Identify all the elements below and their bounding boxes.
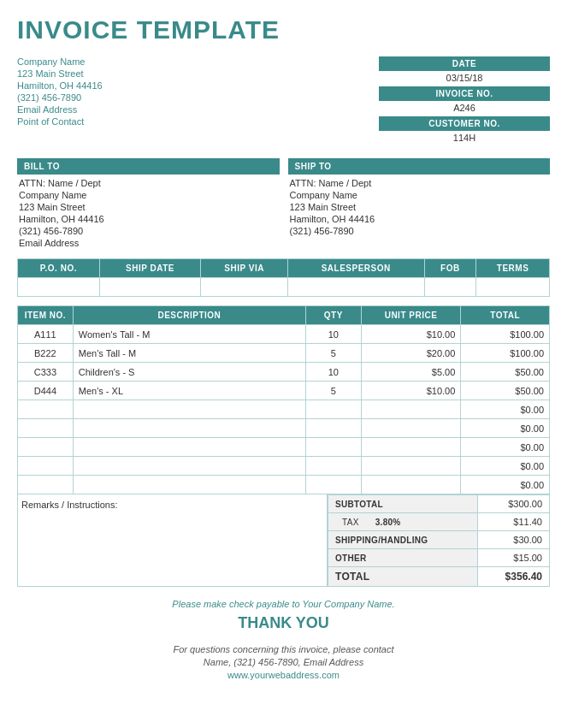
payment-note: Please make check payable to Your Compan… — [17, 599, 550, 609]
item-cell — [305, 419, 361, 438]
ship-address2: Hamilton, OH 44416 — [288, 214, 551, 224]
item-cell: $50.00 — [461, 382, 550, 400]
table-row: $0.00 — [18, 438, 550, 457]
meta-table: DATE 03/15/18 INVOICE NO. A246 CUSTOMER … — [379, 56, 550, 146]
item-cell: $0.00 — [461, 438, 550, 457]
subtotal-value: $300.00 — [477, 495, 549, 513]
item-cell — [361, 457, 461, 476]
po-cell — [287, 278, 424, 297]
ship-to-block: SHIP TO ATTN: Name / Dept Company Name 1… — [288, 158, 551, 250]
items-col-header: TOTAL — [461, 306, 550, 325]
tax-label: TAX 3.80% — [328, 513, 478, 531]
po-col-header: SALESPERSON — [287, 259, 424, 278]
shipping-row: SHIPPING/HANDLING $30.00 — [328, 531, 550, 549]
remarks-section: Remarks / Instructions: — [17, 494, 328, 587]
contact-line1: For questions concerning this invoice, p… — [17, 644, 550, 654]
po-cell — [476, 278, 550, 297]
item-cell: $0.00 — [461, 419, 550, 438]
po-col-header: TERMS — [476, 259, 550, 278]
table-row: $0.00 — [18, 400, 550, 419]
table-row: $0.00 — [18, 457, 550, 476]
bill-ship-section: BILL TO ATTN: Name / Dept Company Name 1… — [17, 158, 550, 250]
bill-address2: Hamilton, OH 44416 — [17, 214, 280, 224]
total-value: $356.40 — [477, 567, 549, 587]
item-cell — [305, 476, 361, 494]
item-cell — [18, 438, 74, 457]
table-row: B222Men's Tall - M5$20.00$100.00 — [18, 344, 550, 363]
invoice-title: INVOICE TEMPLATE — [17, 15, 550, 44]
ship-address1: 123 Main Street — [288, 202, 551, 212]
total-row: TOTAL $356.40 — [328, 567, 550, 587]
item-cell — [73, 476, 305, 494]
other-row: OTHER $15.00 — [328, 549, 550, 567]
item-cell: $50.00 — [461, 363, 550, 382]
po-cell — [424, 278, 476, 297]
items-col-header: ITEM NO. — [18, 306, 74, 325]
item-cell: $20.00 — [361, 344, 461, 363]
other-label: OTHER — [328, 549, 478, 567]
ship-to-header: SHIP TO — [288, 158, 551, 175]
other-value: $15.00 — [477, 549, 549, 567]
contact-line2: Name, (321) 456-7890, Email Address — [17, 657, 550, 667]
po-cell — [201, 278, 287, 297]
item-cell: 10 — [305, 325, 361, 344]
bill-name: Company Name — [17, 190, 280, 200]
po-cell — [99, 278, 201, 297]
total-label: TOTAL — [328, 567, 478, 587]
thank-you: THANK YOU — [17, 614, 550, 632]
invoice-no-value: A246 — [379, 101, 550, 115]
item-cell: Men's Tall - M — [73, 344, 305, 363]
bill-attn: ATTN: Name / Dept — [17, 178, 280, 188]
po-table: P.O. NO.SHIP DATESHIP VIASALESPERSONFOBT… — [17, 258, 550, 297]
table-row: A111Women's Tall - M10$10.00$100.00 — [18, 325, 550, 344]
company-address2: Hamilton, OH 44416 — [17, 80, 103, 91]
bill-email: Email Address — [17, 238, 280, 248]
subtotal-row: SUBTOTAL $300.00 — [328, 495, 550, 513]
table-row: $0.00 — [18, 476, 550, 494]
ship-attn: ATTN: Name / Dept — [288, 178, 551, 188]
item-cell — [18, 457, 74, 476]
company-name: Company Name — [17, 56, 103, 67]
bill-address1: 123 Main Street — [17, 202, 280, 212]
item-cell: B222 — [18, 344, 74, 363]
item-cell — [305, 438, 361, 457]
remarks-label: Remarks / Instructions: — [21, 500, 117, 510]
item-cell: $100.00 — [461, 325, 550, 344]
item-cell — [73, 438, 305, 457]
table-row: D444Men's - XL5$10.00$50.00 — [18, 382, 550, 400]
item-cell: 10 — [305, 363, 361, 382]
customer-no-value: 114H — [379, 131, 550, 145]
item-cell — [73, 419, 305, 438]
item-cell: $0.00 — [461, 400, 550, 419]
po-col-header: P.O. NO. — [18, 259, 100, 278]
date-value: 03/15/18 — [379, 71, 550, 85]
company-phone: (321) 456-7890 — [17, 92, 103, 103]
item-cell — [305, 457, 361, 476]
bill-to-header: BILL TO — [17, 158, 280, 175]
company-address1: 123 Main Street — [17, 68, 103, 79]
item-cell: Men's - XL — [73, 382, 305, 400]
subtotal-label: SUBTOTAL — [328, 495, 478, 513]
items-table: ITEM NO.DESCRIPTIONQTYUNIT PRICETOTAL A1… — [17, 305, 550, 494]
ship-phone: (321) 456-7890 — [288, 226, 551, 236]
item-cell: $0.00 — [461, 476, 550, 494]
shipping-label: SHIPPING/HANDLING — [328, 531, 478, 549]
customer-no-label: CUSTOMER NO. — [379, 116, 550, 131]
footer: Please make check payable to Your Compan… — [17, 599, 550, 680]
item-cell: C333 — [18, 363, 74, 382]
po-cell — [18, 278, 100, 297]
company-email: Email Address — [17, 104, 103, 115]
items-col-header: UNIT PRICE — [361, 306, 461, 325]
table-row: $0.00 — [18, 419, 550, 438]
company-info: Company Name 123 Main Street Hamilton, O… — [17, 56, 103, 146]
item-cell: $5.00 — [361, 363, 461, 382]
bill-to-block: BILL TO ATTN: Name / Dept Company Name 1… — [17, 158, 280, 250]
item-cell: $10.00 — [361, 325, 461, 344]
item-cell: Children's - S — [73, 363, 305, 382]
item-cell — [73, 400, 305, 419]
shipping-value: $30.00 — [477, 531, 549, 549]
company-contact: Point of Contact — [17, 116, 103, 127]
bill-phone: (321) 456-7890 — [17, 226, 280, 236]
item-cell — [18, 419, 74, 438]
po-col-header: FOB — [424, 259, 476, 278]
